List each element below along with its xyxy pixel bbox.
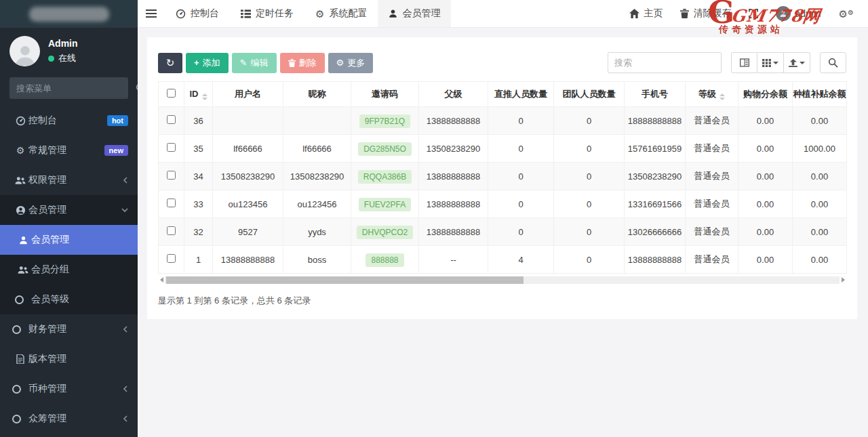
refresh-button[interactable]: ↻ [158,53,182,73]
sidebar-user-status: 在线 [48,52,78,64]
cell-phone: 13316691566 [625,190,686,218]
edit-button-label: 编辑 [251,57,269,69]
home-label: 主页 [644,7,663,20]
export-button[interactable] [784,52,810,73]
toolbar-right [608,52,846,73]
table-row: 341350823829013508238290RQQA386B13888888… [159,163,847,190]
row-checkbox[interactable] [167,143,176,152]
row-checkbox[interactable] [167,199,176,207]
sidebar-item-label: 常规管理 [28,144,104,157]
sidebar-item-finance-management[interactable]: 财务管理 [0,314,138,344]
member-table: ID 用户名 昵称 邀请码 父级 直推人员数量 团队人员数量 手机号 等级 购物… [158,81,847,274]
cell-shopping-balance: 0.00 [738,218,793,246]
sidebar-item-member-management-parent[interactable]: 会员管理 [0,195,138,225]
cell-shopping-balance: 0.00 [738,163,793,190]
row-select-cell [159,135,184,163]
row-checkbox[interactable] [167,115,176,124]
caret-down-icon [800,62,805,64]
fullscreen-icon [749,9,758,18]
cell-phone: 18888888888 [625,107,686,135]
cell-invite-code: DG285N5O [351,135,419,163]
invite-code-badge: 9FP7B21Q [359,115,410,128]
cell-planting-balance: 0.00 [793,163,847,190]
tab-label: 控制台 [191,7,219,20]
cell-planting-balance: 0.00 [793,190,847,218]
table-row: 369FP7B21Q138888888880018888888888普通会员0.… [159,107,847,135]
scroll-left-arrow[interactable] [158,277,165,283]
edit-button[interactable]: ✎ 编辑 [232,53,277,73]
scrollbar-thumb[interactable] [166,276,524,284]
cell-team-count: 0 [554,107,625,135]
cell-nickname: boss [283,246,351,274]
row-checkbox[interactable] [167,254,176,263]
cell-direct-count: 0 [488,107,554,135]
add-button[interactable]: + 添加 [186,53,229,73]
search-button[interactable] [820,52,846,73]
username-label: admin [795,8,821,19]
clear-cache-link[interactable]: 清除缓存 [671,0,740,27]
more-button[interactable]: ⚙ 更多 [328,53,374,73]
chevron-left-icon [123,326,128,333]
sidebar-menu: 控制台 hot ⚙ 常规管理 new 权限管理 会员管理 [0,106,138,434]
sidebar-item-version-management[interactable]: 版本管理 [0,344,138,374]
cell-nickname: ou123456 [283,190,351,218]
cogs-icon: ⚙ [12,145,28,156]
home-link[interactable]: 主页 [620,0,671,27]
header-username: 用户名 [213,82,283,107]
tab-dashboard[interactable]: 控制台 [165,0,230,27]
header-parent: 父级 [419,82,488,107]
fullscreen-button[interactable] [740,0,767,27]
sidebar-item-label: 控制台 [28,115,107,127]
chevron-left-icon [123,177,128,184]
row-checkbox[interactable] [167,171,176,180]
sidebar-item-member-groups[interactable]: 会员分组 [0,255,138,285]
cell-username [213,107,283,135]
row-checkbox[interactable] [167,226,176,235]
table-search-input[interactable] [608,52,722,73]
tab-member-management[interactable]: 会员管理 [378,0,451,27]
sidebar-item-currency-management[interactable]: 币种管理 [0,374,138,404]
cell-username: 13508238290 [213,163,283,190]
cell-id: 36 [184,107,213,135]
cell-team-count: 0 [554,163,625,190]
sidebar-item-general-management[interactable]: ⚙ 常规管理 new [0,136,138,165]
sidebar-search-input[interactable] [16,83,136,93]
scrollbar-track[interactable] [165,276,840,284]
chevron-down-icon [121,207,128,213]
cell-invite-code: RQQA386B [351,163,419,190]
cell-level: 普通会员 [686,135,738,163]
cell-team-count: 0 [554,190,625,218]
cell-direct-count: 0 [488,218,554,246]
cell-direct-count: 0 [488,190,554,218]
clear-cache-label: 清除缓存 [693,7,731,20]
tab-system-config[interactable]: ⚙ 系统配置 [304,0,378,27]
sidebar-item-permission-management[interactable]: 权限管理 [0,165,138,195]
sidebar-item-dashboard[interactable]: 控制台 hot [0,106,138,136]
invite-code-badge: RQQA386B [358,170,412,184]
sidebar-item-member-management[interactable]: 会员管理 [0,225,138,255]
tab-scheduled-tasks[interactable]: 定时任务 [230,0,304,27]
header-team-count: 团队人员数量 [554,82,625,107]
header-level[interactable]: 等级 [686,82,738,107]
settings-menu[interactable]: ⚙⚙ [830,0,863,27]
sidebar-item-member-levels[interactable]: 会员等级 [0,285,138,314]
table-row: 35lf66666lf66666DG285N5O1350823829000157… [159,135,847,163]
cell-id: 32 [184,218,213,246]
tab-label: 会员管理 [402,7,440,20]
circle-icon [15,295,31,304]
sidebar-item-crowdfunding-management[interactable]: 众筹管理 [0,404,138,434]
header-id[interactable]: ID [184,82,213,107]
sidebar-item-label: 会员等级 [31,293,128,306]
detail-view-button[interactable] [731,52,757,73]
table-toolbar: ↻ + 添加 ✎ 编辑 删除 ⚙ 更多 [158,52,846,73]
invite-code-badge: DHVQPCO2 [357,226,413,239]
sidebar-toggle-button[interactable] [138,0,165,27]
columns-button[interactable] [757,52,784,73]
user-menu[interactable]: admin [767,0,829,27]
cell-username: 13888888888 [213,246,283,274]
select-all-checkbox[interactable] [167,89,176,98]
scroll-right-arrow[interactable] [840,277,846,283]
member-table-panel: ↻ + 添加 ✎ 编辑 删除 ⚙ 更多 [147,37,857,319]
delete-button[interactable]: 删除 [280,53,325,73]
tab-label: 系统配置 [329,7,367,20]
